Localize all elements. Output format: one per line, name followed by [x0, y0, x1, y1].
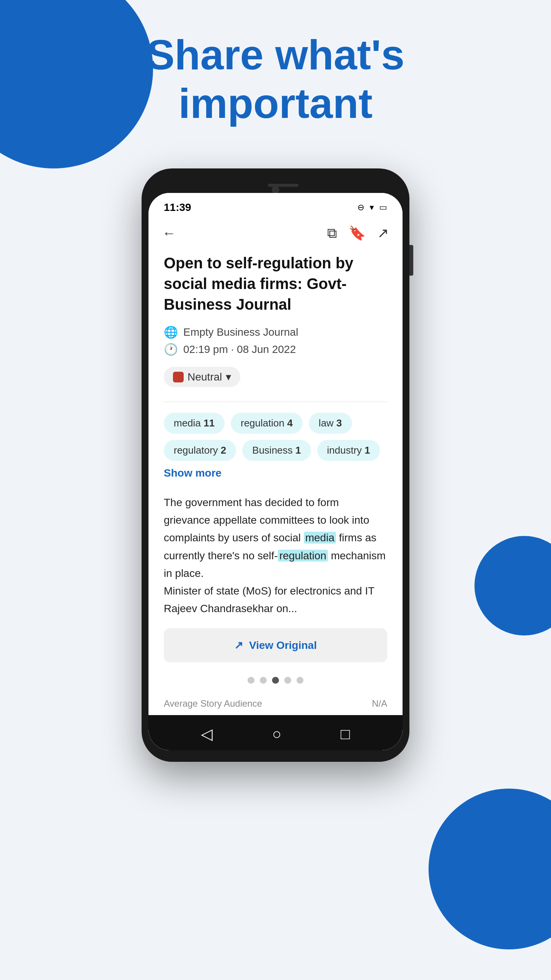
dot-2[interactable] — [260, 677, 267, 684]
share-button[interactable]: ↗ — [377, 225, 389, 241]
show-more-button[interactable]: Show more — [164, 467, 222, 479]
phone-mockup: 11:39 ⊖ ▾ ▭ ← ⧉ 🔖 ↗ — [142, 168, 409, 762]
hero-section: Share what's important — [0, 31, 551, 127]
audience-value: N/A — [372, 698, 387, 709]
article-title: Open to self-regulation by social media … — [164, 253, 387, 315]
dot-1[interactable] — [248, 677, 254, 684]
tags-section: media 11 regulation 4 law 3 regulatory 2 — [148, 413, 403, 490]
phone-bottom-nav: ◁ ○ □ — [148, 715, 403, 750]
sentiment-chevron: ▾ — [226, 371, 231, 383]
tag-law[interactable]: law 3 — [309, 413, 352, 434]
bg-circle-mid-right — [474, 536, 551, 635]
dot-5[interactable] — [297, 677, 303, 684]
article-body: Open to self-regulation by social media … — [148, 249, 403, 398]
tags-row-1: media 11 regulation 4 law 3 — [164, 413, 387, 434]
battery-icon: ▭ — [379, 203, 387, 212]
bookmark-button[interactable]: 🔖 — [349, 225, 366, 241]
article-time: 02:19 pm · 08 Jun 2022 — [183, 343, 296, 356]
tags-row-2: regulatory 2 Business 1 industry 1 — [164, 440, 387, 461]
highlight-regulation: regulation — [278, 550, 328, 562]
time-row: 🕐 02:19 pm · 08 Jun 2022 — [164, 343, 387, 356]
globe-icon: 🌐 — [164, 325, 178, 339]
power-button — [409, 245, 413, 276]
tag-media[interactable]: media 11 — [164, 413, 225, 434]
dot-4[interactable] — [284, 677, 291, 684]
layers-button[interactable]: ⧉ — [327, 225, 337, 241]
bottom-label: Average Story Audience N/A — [148, 694, 403, 715]
android-back-button[interactable]: ◁ — [201, 725, 213, 743]
article-text: The government has decided to form griev… — [148, 494, 403, 617]
wifi-icon: ▾ — [370, 203, 374, 212]
sentiment-dot — [173, 372, 184, 382]
dot-3[interactable] — [272, 677, 279, 684]
bg-circle-bottom-right — [429, 789, 551, 949]
phone-speaker — [268, 184, 298, 187]
phone-top-bar — [148, 175, 403, 193]
article-meta: 🌐 Empty Business Journal 🕐 02:19 pm · 08… — [164, 325, 387, 356]
android-home-button[interactable]: ○ — [272, 725, 281, 743]
mute-icon: ⊖ — [357, 203, 364, 212]
tag-regulatory[interactable]: regulatory 2 — [164, 440, 236, 461]
back-button[interactable]: ← — [162, 225, 176, 241]
pagination-dots — [148, 673, 403, 694]
app-content: ← ⧉ 🔖 ↗ Open to self-regulation by socia… — [148, 217, 403, 715]
external-link-icon: ↗ — [234, 639, 243, 652]
nav-right-icons: ⧉ 🔖 ↗ — [327, 225, 389, 241]
tag-business[interactable]: Business 1 — [242, 440, 311, 461]
sentiment-badge[interactable]: Neutral ▾ — [164, 367, 240, 387]
tag-industry[interactable]: industry 1 — [317, 440, 380, 461]
android-recent-button[interactable]: □ — [341, 725, 350, 743]
phone-camera — [272, 186, 279, 194]
highlight-media: media — [304, 532, 336, 544]
nav-bar: ← ⧉ 🔖 ↗ — [148, 221, 403, 249]
sentiment-label: Neutral — [187, 371, 222, 383]
view-original-label: View Original — [249, 639, 317, 652]
view-original-button[interactable]: ↗ View Original — [164, 628, 387, 662]
clock-icon: 🕐 — [164, 343, 178, 356]
status-icons: ⊖ ▾ ▭ — [357, 203, 387, 212]
tag-regulation[interactable]: regulation 4 — [231, 413, 303, 434]
audience-label: Average Story Audience — [164, 698, 262, 709]
status-bar: 11:39 ⊖ ▾ ▭ — [148, 193, 403, 217]
phone-screen: 11:39 ⊖ ▾ ▭ ← ⧉ 🔖 ↗ — [148, 193, 403, 750]
status-time: 11:39 — [164, 201, 191, 214]
source-row: 🌐 Empty Business Journal — [164, 325, 387, 339]
hero-title: Share what's important — [0, 31, 551, 127]
source-name: Empty Business Journal — [183, 326, 298, 338]
divider — [164, 402, 387, 402]
